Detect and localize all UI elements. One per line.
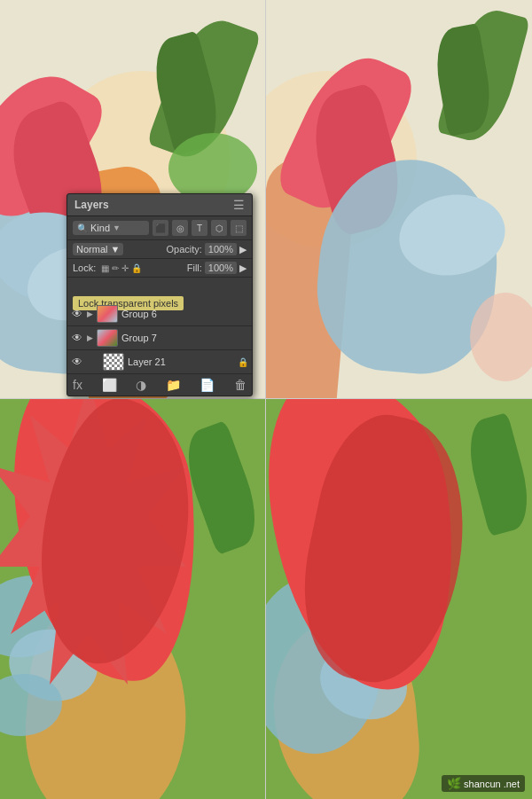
thumb-group7-fill	[98, 330, 117, 346]
add-mask-icon[interactable]: ⬜	[102, 378, 117, 392]
thumb-group6-fill	[98, 306, 117, 322]
filter-text-icon[interactable]: T	[192, 220, 207, 236]
lock-icons: ▦ ✏ ✛ 🔒	[101, 263, 142, 273]
lock-fill-row: Lock: ▦ ✏ ✛ 🔒 Fill: 100% ▶	[67, 259, 252, 278]
layer-row-group6[interactable]: 👁 ▶ Group 6	[67, 302, 252, 326]
lock-all-btn[interactable]: 🔒	[131, 263, 142, 273]
filter-pixel-icon[interactable]: ⬛	[153, 220, 168, 236]
lock-transparent-btn[interactable]: ▦	[101, 263, 109, 273]
watermark-text: shancun	[464, 779, 501, 789]
layer-name-group6: Group 6	[121, 309, 248, 319]
layer-arrow-group7[interactable]: ▶	[87, 333, 93, 342]
layer-name-group7: Group 7	[121, 333, 248, 343]
blend-dropdown-icon: ▼	[110, 244, 120, 255]
layer-row-group7[interactable]: 👁 ▶ Group 7	[67, 326, 252, 350]
filter-shape-icon[interactable]: ⬡	[211, 220, 227, 236]
opacity-arrow: ▶	[239, 244, 246, 255]
artwork-bl	[0, 399, 266, 799]
blend-mode-select[interactable]: Normal ▼	[73, 243, 123, 255]
search-icon: 🔍	[77, 223, 88, 233]
watermark-leaf-icon: 🌿	[447, 777, 461, 790]
lock-position-btn[interactable]: ✛	[121, 263, 129, 273]
layer-name-layer21: Layer 21	[128, 356, 234, 367]
cell-bottom-left	[0, 399, 266, 799]
lock-label: Lock:	[73, 262, 96, 273]
add-group-icon[interactable]: 📁	[166, 378, 181, 392]
watermark: 🌿 shancun .net	[442, 775, 525, 792]
watermark-domain: .net	[504, 779, 520, 789]
delete-layer-icon[interactable]: 🗑	[234, 378, 246, 392]
search-box[interactable]: 🔍 Kind ▼	[73, 221, 149, 235]
opacity-label: Opacity:	[167, 244, 202, 255]
opacity-value[interactable]: 100%	[205, 243, 237, 255]
panel-footer: fx ⬜ ◑ 📁 📄 🗑	[67, 374, 252, 396]
search-dropdown-icon[interactable]: ▼	[113, 223, 121, 232]
cell-bottom-right: 🌿 shancun .net	[266, 399, 532, 799]
search-kind-label: Kind	[90, 223, 110, 233]
panel-search-row: 🔍 Kind ▼ ⬛ ◎ T ⬡ ⬚	[67, 216, 252, 240]
layer-eye-group6[interactable]: 👁	[71, 308, 83, 320]
layer-eye-layer21[interactable]: 👁	[71, 356, 83, 368]
panel-title: Layers	[74, 199, 109, 211]
panel-header: Layers ☰	[67, 194, 252, 216]
fill-value[interactable]: 100%	[205, 262, 237, 274]
layer-thumb-layer21	[103, 353, 124, 371]
blend-opacity-row: Normal ▼ Opacity: 100% ▶	[67, 240, 252, 259]
blend-mode-value: Normal	[76, 244, 107, 255]
fill-label: Fill:	[187, 262, 202, 273]
pink-blob-tr	[470, 293, 532, 381]
layer-row-layer21[interactable]: 👁 Layer 21 🔒	[67, 350, 252, 374]
main-grid: Layers ☰ 🔍 Kind ▼ ⬛ ◎ T ⬡ ⬚	[0, 0, 532, 799]
panel-menu-icon[interactable]: ☰	[233, 198, 245, 212]
thumb-layer21-fill	[104, 354, 123, 370]
lock-image-btn[interactable]: ✏	[112, 263, 119, 273]
opacity-row: Opacity: 100% ▶	[167, 243, 247, 255]
artwork-br	[266, 399, 532, 799]
layer-arrow-group6[interactable]: ▶	[87, 309, 93, 318]
layer-eye-group7[interactable]: 👁	[71, 332, 83, 344]
add-adjustment-icon[interactable]: ◑	[136, 378, 146, 392]
cell-top-right	[266, 0, 532, 399]
layers-panel: Layers ☰ 🔍 Kind ▼ ⬛ ◎ T ⬡ ⬚	[66, 193, 253, 396]
layer-thumb-group7	[97, 329, 118, 347]
add-layer-icon[interactable]: 📄	[200, 378, 215, 392]
fill-arrow: ▶	[239, 262, 246, 274]
layer21-lock-icon: 🔒	[238, 357, 248, 367]
layer-thumb-group6	[97, 305, 118, 323]
filter-icons: ⬛ ◎ T ⬡ ⬚	[153, 220, 246, 236]
fill-row: Fill: 100% ▶	[187, 262, 246, 274]
filter-smart-icon[interactable]: ⬚	[231, 220, 246, 236]
add-style-icon[interactable]: fx	[73, 378, 82, 392]
cell-top-left: Layers ☰ 🔍 Kind ▼ ⬛ ◎ T ⬡ ⬚	[0, 0, 266, 399]
artwork-tr	[266, 0, 532, 399]
filter-adjust-icon[interactable]: ◎	[172, 220, 188, 236]
